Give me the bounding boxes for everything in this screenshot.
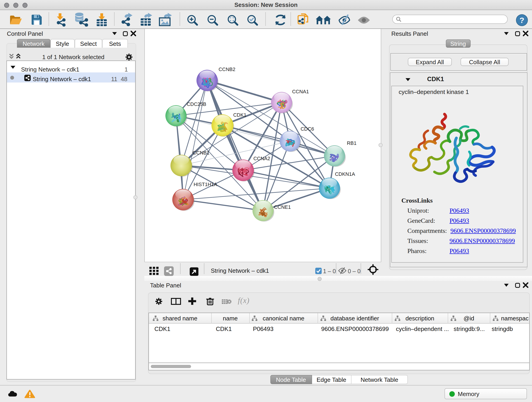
svg-text:CDKN1A: CDKN1A xyxy=(335,171,355,177)
svg-text:CCNB1: CCNB1 xyxy=(193,150,209,155)
svg-text:CDC6: CDC6 xyxy=(301,126,314,132)
svg-text:RB1: RB1 xyxy=(347,140,356,146)
svg-text:CCNA2: CCNA2 xyxy=(253,155,270,161)
svg-text:CDK1: CDK1 xyxy=(233,112,247,118)
svg-text:CCNA1: CCNA1 xyxy=(292,89,309,94)
svg-text:HIST1H1A: HIST1H1A xyxy=(194,181,217,187)
svg-text:?: ? xyxy=(520,16,525,25)
svg-text:CCNE1: CCNE1 xyxy=(274,204,291,210)
svg-text:CDC25B: CDC25B xyxy=(187,101,206,107)
svg-text:CCNB2: CCNB2 xyxy=(219,66,235,72)
